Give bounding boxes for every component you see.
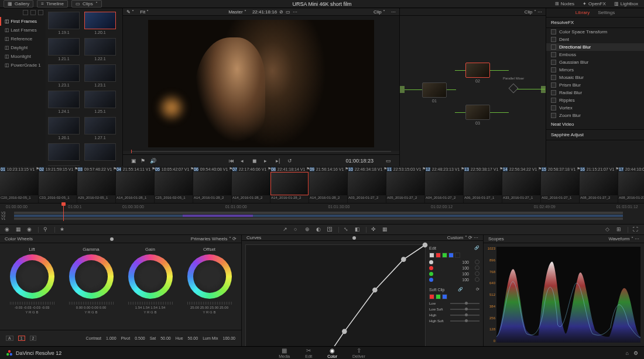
keyframes-panel-icon[interactable]: ◇ — [605, 226, 612, 233]
primaries-icon[interactable]: ◉ — [27, 226, 33, 233]
fx-directional-blur[interactable]: Directional Blur — [546, 43, 644, 51]
clip-thumb[interactable]: 1621:15:21:07V1⚑A08_2016-01-27_2 — [580, 166, 618, 203]
stop-button[interactable]: ◼ — [252, 158, 258, 164]
still-thumb[interactable]: 1.26.1 — [48, 117, 80, 140]
grid-view-icon[interactable] — [30, 10, 36, 15]
motion-icon[interactable]: ▦ — [382, 226, 389, 233]
node-03[interactable]: 03 — [465, 105, 490, 120]
parallel-mixer[interactable] — [509, 84, 519, 94]
mini-timeline[interactable]: 01:00:00:0001:00:101:00:30:0001:01:00:00… — [0, 203, 644, 225]
curves-mode-dropdown[interactable]: Custom ˅ — [447, 235, 467, 240]
folder-daylight[interactable]: ◫ Daylight — [0, 43, 46, 52]
offset-wheel[interactable] — [187, 254, 232, 299]
clip-thumb[interactable]: 1520:58:37:18V1⚑A02_2016-01-27_1 — [541, 166, 580, 203]
sc-low-soft[interactable] — [450, 309, 479, 310]
wheels-reset-icon[interactable]: ⟳ — [232, 236, 237, 241]
scopes-icon[interactable]: ⊞ — [616, 226, 623, 233]
bypass-icon[interactable]: ⊘ — [279, 9, 283, 15]
layout-icon[interactable]: ▭ — [286, 9, 290, 15]
timeline-toggle[interactable]: ≡Timeline — [37, 0, 68, 8]
still-thumb[interactable]: 1.25.1 — [84, 91, 116, 113]
sc-g[interactable] — [436, 294, 441, 299]
still-thumb[interactable]: 1.23.1 — [48, 64, 80, 87]
still-thumb[interactable]: 1.23.1 — [84, 64, 116, 87]
reset-r[interactable] — [475, 265, 479, 270]
qualifier-icon[interactable]: ⚲ — [43, 226, 50, 233]
more-icon[interactable]: ⋯ — [293, 9, 297, 15]
wheels-mode-dropdown[interactable]: Primaries Wheels ˅ — [191, 236, 231, 241]
curve-b[interactable] — [448, 253, 454, 258]
folder-moonlight[interactable]: ◫ Moonlight — [0, 52, 46, 61]
flag-icon[interactable]: ▭ — [386, 158, 391, 164]
clip-thumb[interactable]: 0609:54:40:08V1⚑A14_2016-01-28_2 — [193, 166, 232, 203]
sc-high-soft[interactable] — [450, 320, 479, 322]
curve-y[interactable] — [429, 253, 434, 258]
clip-dropdown[interactable]: Clip ˅ — [370, 9, 389, 15]
still-thumb[interactable]: 1.24.1 — [48, 91, 80, 113]
curve-g[interactable] — [442, 253, 447, 258]
edit-link-icon[interactable]: 🔗 — [474, 246, 479, 250]
clip-thumb[interactable]: 0510:05:42:07V1⚑C25_2016-02-05_1 — [155, 166, 193, 203]
clip-thumb[interactable]: 0822:41:18:14V1⚑A14_2016-01-28_2 — [270, 166, 309, 203]
folder-reference[interactable]: ◫ Reference — [0, 34, 46, 43]
fx-color-space-transform[interactable]: Color Space Transform — [546, 28, 644, 36]
expand-icon[interactable]: ⛶ — [633, 226, 639, 233]
folder-first-frames[interactable]: ◫ First Frames — [0, 17, 46, 26]
openfx-toggle[interactable]: ✦OpenFX — [580, 1, 608, 7]
master-dropdown[interactable]: Master ˅ — [225, 9, 250, 15]
page-2-button[interactable]: 2 — [30, 336, 37, 341]
clip-thumb[interactable]: 1122:53:15:03V1⚑A05_2016-01-27_2 — [386, 166, 425, 203]
folder-powergrade-1[interactable]: ◫ PowerGrade 1 — [0, 61, 46, 70]
softclip-link-icon[interactable]: 🔗 — [458, 287, 463, 292]
sc-b[interactable] — [442, 294, 447, 299]
clip-thumb[interactable]: 1322:50:38:17V1⚑A06_2016-01-27_1 — [464, 166, 502, 203]
still-thumb[interactable]: 1.27.1 — [84, 117, 116, 140]
page-color[interactable]: ◉Color — [327, 347, 337, 358]
still-thumb[interactable]: 1.22.1 — [84, 38, 116, 61]
fx-mosaic-blur[interactable]: Mosaic Blur — [546, 74, 644, 81]
key-icon[interactable]: ⚿ — [327, 226, 334, 233]
reset-b[interactable] — [475, 277, 479, 282]
volume-icon[interactable]: 🔊 — [150, 158, 156, 164]
sc-r[interactable] — [429, 294, 434, 299]
clip-thumb[interactable]: 0309:57:46:22V1⚑A29_2016-02-05_1 — [77, 166, 116, 203]
loop-button[interactable]: ↺ — [287, 158, 293, 164]
next-frame-button[interactable]: ▸| — [276, 158, 282, 164]
still-thumb[interactable]: 1.21.1 — [48, 38, 80, 61]
list-view-icon[interactable] — [23, 10, 28, 15]
curve-graph[interactable] — [245, 244, 426, 359]
thumbnail-strip[interactable]: 0110:23:13:15V1⚑C20_2016-02-05_10219:21:… — [0, 166, 644, 203]
fit-dropdown[interactable]: Fit ˅ — [136, 9, 152, 15]
node-canvas[interactable]: 01 02 03 Parallel Mixer — [400, 16, 546, 166]
viewer-picker-icon[interactable]: ✎ ˅ — [126, 9, 134, 15]
fx-ripples[interactable]: Ripples — [546, 96, 644, 104]
clips-toggle[interactable]: ▭Clips ˅ — [71, 0, 102, 8]
clip-thumb[interactable]: 0722:17:46:06V1⚑A14_2016-01-28_2 — [232, 166, 270, 203]
still-thumb[interactable]: 1.20.1 — [84, 12, 116, 34]
reset-g[interactable] — [475, 271, 479, 276]
sc-low[interactable] — [450, 303, 479, 304]
node-02[interactable]: 02 — [465, 63, 490, 78]
curve-add[interactable] — [455, 253, 460, 258]
clip-thumb[interactable]: 1720:44:10:09V1⚑A08_2016-01-27_2 — [618, 166, 644, 203]
gain-wheel[interactable] — [128, 254, 173, 299]
blur-icon[interactable]: ◐ — [316, 226, 323, 233]
camera-raw-icon[interactable]: ◉ — [5, 226, 11, 233]
lightbox-toggle[interactable]: ▥Lightbox — [612, 1, 640, 7]
still-thumb[interactable]: 1.19.1 — [48, 12, 80, 34]
node-more-icon[interactable]: ⋯ — [391, 9, 396, 15]
curves-icon[interactable]: ↗ — [283, 226, 289, 233]
clip-thumb[interactable]: 0219:21:59:15V1⚑C33_2016-02-05_1 — [39, 166, 77, 203]
playhead[interactable] — [63, 203, 64, 221]
page-media[interactable]: ▦Media — [279, 347, 290, 358]
fx-tab-settings[interactable]: Settings — [598, 10, 615, 15]
settings-icon[interactable]: ⚙ — [633, 350, 638, 356]
curves-more-icon[interactable]: ⋯ — [474, 235, 478, 240]
tracker-icon[interactable]: ⊕ — [305, 226, 311, 233]
fx-prism-blur[interactable]: Prism Blur — [546, 81, 644, 89]
clip-thumb[interactable]: 0110:23:13:15V1⚑C20_2016-02-05_1 — [0, 166, 39, 203]
clip-thumb[interactable]: 1222:48:23:13V1⚑A04_2016-01-27_2 — [425, 166, 464, 203]
fx-gaussian-blur[interactable]: Gaussian Blur — [546, 58, 644, 66]
unmute-icon[interactable]: ▣ — [131, 158, 136, 164]
gain-slider[interactable] — [128, 302, 173, 305]
